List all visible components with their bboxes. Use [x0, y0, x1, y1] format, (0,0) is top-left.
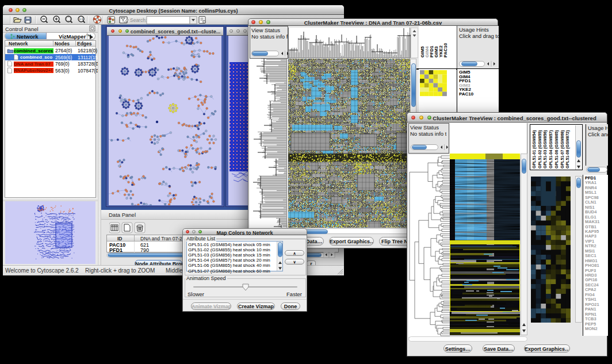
svg-text:Search:: Search:: [130, 17, 147, 23]
svg-text:1:1: 1:1: [79, 17, 83, 21]
